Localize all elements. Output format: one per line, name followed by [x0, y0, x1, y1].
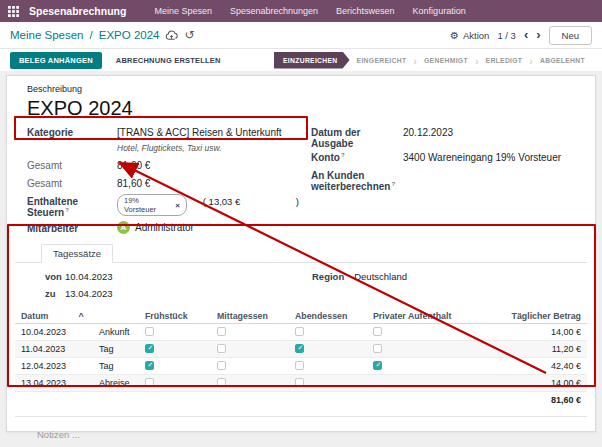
field-employee: Mitarbeiter A Administrator: [27, 219, 299, 236]
help-marker: ?: [391, 181, 395, 187]
region-value[interactable]: Deutschland: [354, 271, 407, 282]
form-sheet: Beschreibung EXPO 2024 Kategorie [TRANS …: [6, 75, 596, 432]
header-fruehstueck: Frühstück: [145, 311, 217, 321]
table-row[interactable]: 10.04.2023 Ankunft 14,00 €: [15, 324, 587, 341]
pager-next-icon[interactable]: [536, 30, 540, 40]
create-report-button[interactable]: ABRECHNUNG ERSTELLEN: [110, 52, 227, 69]
category-value[interactable]: [TRANS & ACC] Reisen & Unterkunft: [117, 125, 282, 138]
checkbox-abendessen[interactable]: [295, 344, 304, 353]
description-label: Beschreibung: [27, 84, 575, 94]
help-marker: ?: [341, 152, 345, 158]
header-privater-aufenthalt: Privater Aufenthalt: [373, 311, 473, 321]
header-datum[interactable]: Datum: [21, 311, 145, 321]
category-label: Kategorie: [27, 125, 117, 138]
checkbox-fruehstueck[interactable]: [145, 344, 154, 353]
cell-type: Ankunft: [99, 327, 145, 337]
tax-tag-label: 19% Vorsteuer: [124, 196, 172, 214]
cell-amount: 11,20 €: [473, 344, 581, 354]
menu-meine-spesen[interactable]: Meine Spesen: [150, 4, 216, 18]
cell-date: 11.04.2023: [21, 344, 99, 354]
field-category: Kategorie [TRANS & ACC] Reisen & Unterku…: [27, 125, 299, 142]
status-step-einzureichen[interactable]: EINZUREICHEN: [274, 52, 350, 69]
gear-icon: [450, 30, 459, 41]
action-menu-button[interactable]: Aktion: [450, 30, 489, 41]
total-value[interactable]: 81,60 €: [117, 158, 150, 171]
account-label: Konto?: [311, 150, 403, 163]
cell-type: Abreise: [99, 378, 145, 388]
field-total: Gesamt 81,60 €: [27, 158, 299, 175]
table-total-row: 81,60 €: [15, 392, 587, 408]
status-pipeline: EINZUREICHEN EINGEREICHT GENEHMIGT ERLED…: [274, 52, 592, 69]
category-hint: Hotel, Flugtickets, Taxi usw.: [117, 143, 299, 153]
account-value[interactable]: 3400 Wareneingang 19% Vorsteuer: [403, 150, 561, 163]
checkbox-fruehstueck[interactable]: [145, 378, 154, 387]
checkbox-fruehstueck[interactable]: [145, 361, 154, 370]
status-step-abgelehnt[interactable]: ABGELEHNT: [533, 57, 592, 64]
pager-counter: 1 / 3: [497, 30, 516, 41]
checkbox-mittagessen[interactable]: [217, 344, 226, 353]
checkbox-mittagessen[interactable]: [217, 361, 226, 370]
pager-prev-icon[interactable]: [524, 30, 528, 40]
breadcrumb-parent[interactable]: Meine Spesen: [10, 29, 84, 41]
table-header-row: Datum Frühstück Mittagessen Abendessen P…: [15, 308, 587, 324]
cell-type: Tag: [99, 344, 145, 354]
checkbox-privater-aufenthalt[interactable]: [373, 361, 382, 370]
tab-tagessaetze[interactable]: Tagessätze: [41, 244, 113, 263]
status-step-genehmigt[interactable]: GENEHMIGT: [417, 57, 475, 64]
employee-value[interactable]: Administrator: [135, 222, 194, 233]
expense-date-label: Datum der Ausgabe: [311, 125, 403, 149]
status-step-erledigt[interactable]: ERLEDIGT: [479, 57, 530, 64]
tag-remove-icon[interactable]: [175, 201, 180, 210]
breadcrumb-current: EXPO 2024: [99, 29, 160, 41]
cloud-save-icon[interactable]: [165, 30, 178, 41]
to-value[interactable]: 13.04.2023: [65, 288, 113, 299]
table-row[interactable]: 13.04.2023 Abreise 14,00 €: [15, 375, 587, 392]
notebook: Tagessätze von 10.04.2023 zu 13.04.2023 …: [15, 243, 587, 408]
form-action-bar: BELEG ANHÄNGEN ABRECHNUNG ERSTELLEN EINZ…: [0, 49, 602, 71]
checkbox-abendessen[interactable]: [295, 327, 304, 336]
new-record-button[interactable]: Neu: [549, 26, 592, 45]
cell-amount: 42,40 €: [473, 361, 581, 371]
checkbox-privater-aufenthalt[interactable]: [373, 327, 382, 336]
app-name[interactable]: Spesenabrechnung: [29, 5, 126, 17]
from-value[interactable]: 10.04.2023: [65, 271, 113, 282]
field-total-company: Gesamt 81,60 €: [27, 176, 299, 193]
notes-section: [15, 416, 587, 442]
notes-input[interactable]: [37, 429, 532, 440]
cell-date: 13.04.2023: [21, 378, 99, 388]
cell-date: 10.04.2023: [21, 327, 99, 337]
total-label: Gesamt: [27, 158, 117, 171]
tax-tag[interactable]: 19% Vorsteuer: [117, 194, 187, 216]
cell-amount: 14,00 €: [473, 327, 581, 337]
menu-spesenabrechnungen[interactable]: Spesenabrechnungen: [226, 4, 322, 18]
field-expense-date: Datum der Ausgabe 20.12.2023: [311, 125, 575, 149]
checkbox-fruehstueck[interactable]: [145, 327, 154, 336]
tax-amount: ( 13,03 € ): [203, 194, 299, 207]
cell-amount: 14,00 €: [473, 378, 581, 388]
attach-receipt-button[interactable]: BELEG ANHÄNGEN: [10, 52, 102, 69]
checkbox-abendessen[interactable]: [295, 361, 304, 370]
cell-type: Tag: [99, 361, 145, 371]
header-mittagessen: Mittagessen: [217, 311, 295, 321]
undo-icon[interactable]: [184, 28, 194, 42]
checkbox-mittagessen[interactable]: [217, 378, 226, 387]
field-rebill-customer: An Kunden weiterberechnen?: [311, 168, 575, 192]
apps-grid-icon[interactable]: [8, 6, 19, 17]
control-panel: Meine Spesen / EXPO 2024 Aktion 1 / 3 Ne…: [0, 22, 602, 49]
to-label: zu: [45, 288, 63, 299]
daily-rates-table: Datum Frühstück Mittagessen Abendessen P…: [15, 308, 587, 408]
checkbox-privater-aufenthalt[interactable]: [373, 344, 382, 353]
checkbox-abendessen[interactable]: [295, 378, 304, 387]
top-navbar: Spesenabrechnung Meine Spesen Spesenabre…: [0, 0, 602, 22]
expense-date-value[interactable]: 20.12.2023: [403, 125, 453, 138]
field-included-taxes: Enthaltene Steuern? 19% Vorsteuer ( 13,0…: [27, 194, 299, 218]
checkbox-mittagessen[interactable]: [217, 327, 226, 336]
cell-date: 12.04.2023: [21, 361, 99, 371]
menu-konfiguration[interactable]: Konfiguration: [409, 4, 470, 18]
table-row[interactable]: 12.04.2023 Tag 42,40 €: [15, 358, 587, 375]
table-row[interactable]: 11.04.2023 Tag 11,20 €: [15, 341, 587, 358]
field-to: zu 13.04.2023: [45, 286, 587, 301]
status-step-eingereicht[interactable]: EINGEREICHT: [350, 57, 414, 64]
menu-berichtswesen[interactable]: Berichtswesen: [332, 4, 399, 18]
region-label: Region: [312, 271, 344, 282]
